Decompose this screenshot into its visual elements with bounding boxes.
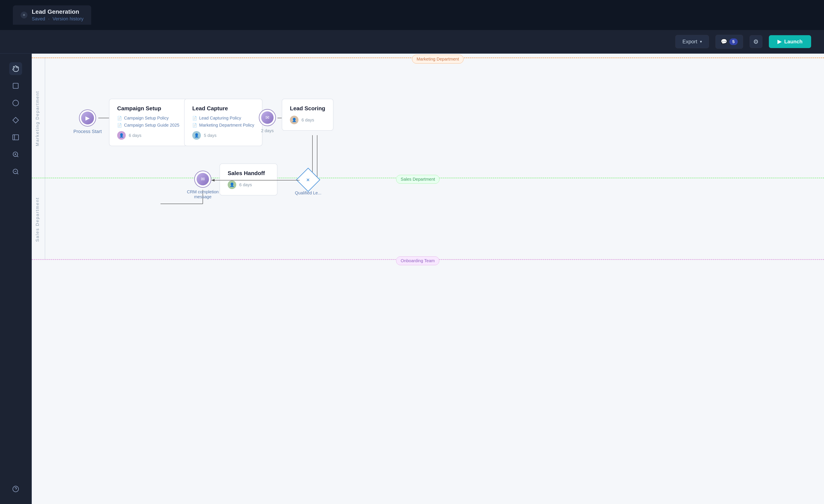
event-node[interactable]: ✉ 2 days (259, 109, 276, 126)
crm-message-node[interactable]: ✉ CRM completionmessage (194, 171, 211, 188)
lead-scoring-days: 6 days (302, 118, 314, 122)
gear-icon: ⚙ (753, 38, 758, 45)
campaign-setup-doc1: 📄 Campaign Setup Policy (117, 116, 179, 121)
settings-button[interactable]: ⚙ (749, 35, 762, 48)
header: Export ▾ 💬 5 ⚙ ▶ Launch (0, 30, 824, 54)
lead-scoring-title: Lead Scoring (290, 105, 325, 112)
campaign-setup-meta: 👤 6 days (117, 131, 179, 140)
svg-line-6 (17, 156, 18, 157)
svg-rect-0 (13, 83, 18, 88)
process-canvas[interactable]: Marketing Department Sales Department On… (32, 54, 824, 504)
sales-handoff-days: 6 days (239, 182, 252, 187)
avatar2: 👤 (192, 131, 201, 140)
avatar4: 👤 (228, 181, 236, 189)
lead-scoring-meta: 👤 6 days (290, 116, 325, 124)
sales-lane-badge: Sales Department (396, 175, 439, 184)
svg-point-1 (13, 100, 19, 106)
launch-label: Launch (784, 38, 803, 44)
onboarding-lane-badge: Onboarding Team (396, 257, 439, 265)
sidebar (0, 54, 32, 504)
avatar: 👤 (117, 131, 126, 140)
campaign-setup-doc2: 📄 Campaign Setup Guide 2025 (117, 123, 179, 128)
sales-handoff-node[interactable]: Sales Handoff 👤 6 days (219, 164, 278, 195)
marketing-lane-label: Marketing Department (35, 60, 40, 177)
chevron-down-icon: ▾ (700, 39, 702, 44)
doc-icon: 📄 (117, 116, 122, 121)
avatar3: 👤 (290, 116, 299, 124)
svg-marker-2 (13, 117, 19, 123)
doc-icon4: 📄 (192, 123, 197, 128)
crm-message-label: CRM completionmessage (187, 189, 219, 199)
tool-hand[interactable] (9, 62, 22, 75)
comment-button[interactable]: 💬 5 (715, 35, 743, 49)
svg-rect-3 (13, 135, 19, 140)
comment-count: 5 (729, 38, 738, 45)
tab-title: Lead Generation (32, 8, 84, 15)
launch-button[interactable]: ▶ Launch (769, 35, 811, 48)
process-start-label: Process Start (73, 129, 102, 134)
lead-capture-doc1: 📄 Lead Capturing Policy (192, 116, 254, 121)
tool-rectangle[interactable] (9, 79, 22, 92)
help-button[interactable] (9, 483, 22, 495)
lead-capture-meta: 👤 5 days (192, 131, 254, 140)
topbar: × Lead Generation Saved · Version histor… (0, 0, 824, 30)
lane-left-border (44, 58, 45, 259)
play-icon: ▶ (778, 38, 781, 44)
document-tab[interactable]: × Lead Generation Saved · Version histor… (13, 5, 91, 25)
process-start-node[interactable]: ▶ Process Start (79, 109, 96, 127)
comment-icon: 💬 (721, 38, 727, 44)
gateway-x-icon: × (306, 177, 310, 183)
event-node-days: 2 days (261, 128, 274, 133)
lead-capture-title: Lead Capture (192, 105, 254, 112)
tab-subtitle: Saved · Version history (32, 16, 84, 22)
tool-book[interactable] (9, 131, 22, 144)
campaign-setup-title: Campaign Setup (117, 105, 179, 112)
marketing-lane-badge: Marketing Department (412, 55, 463, 64)
lead-capture-days: 5 days (204, 133, 216, 138)
tool-zoom-in[interactable] (9, 148, 22, 161)
doc-icon3: 📄 (192, 116, 197, 121)
campaign-setup-days: 6 days (129, 133, 141, 138)
export-button[interactable]: Export ▾ (675, 35, 709, 48)
tab-close-button[interactable]: × (21, 12, 27, 18)
qualified-lead-label: Qualified Le... (295, 191, 321, 195)
export-label: Export (683, 38, 697, 44)
header-right: Export ▾ 💬 5 ⚙ ▶ Launch (675, 35, 811, 49)
gateway-to-sales (218, 180, 300, 181)
lead-capture-doc2: 📄 Marketing Department Policy (192, 123, 254, 128)
sales-lane-label: Sales Department (35, 180, 40, 259)
main-area: Marketing Department Sales Department On… (0, 54, 824, 504)
lead-scoring-node[interactable]: Lead Scoring 👤 6 days (282, 99, 333, 131)
svg-line-10 (17, 173, 18, 174)
tool-circle[interactable] (9, 97, 22, 109)
qualified-lead-gateway[interactable]: × Qualified Le... (300, 171, 317, 188)
tool-zoom-out[interactable] (9, 165, 22, 178)
sales-handoff-meta: 👤 6 days (228, 181, 269, 189)
tool-diamond[interactable] (9, 114, 22, 127)
lead-capture-node[interactable]: Lead Capture 📄 Lead Capturing Policy 📄 M… (184, 99, 263, 146)
doc-icon2: 📄 (117, 123, 122, 128)
campaign-setup-node[interactable]: Campaign Setup 📄 Campaign Setup Policy 📄… (109, 99, 188, 146)
sales-handoff-title: Sales Handoff (228, 170, 269, 177)
